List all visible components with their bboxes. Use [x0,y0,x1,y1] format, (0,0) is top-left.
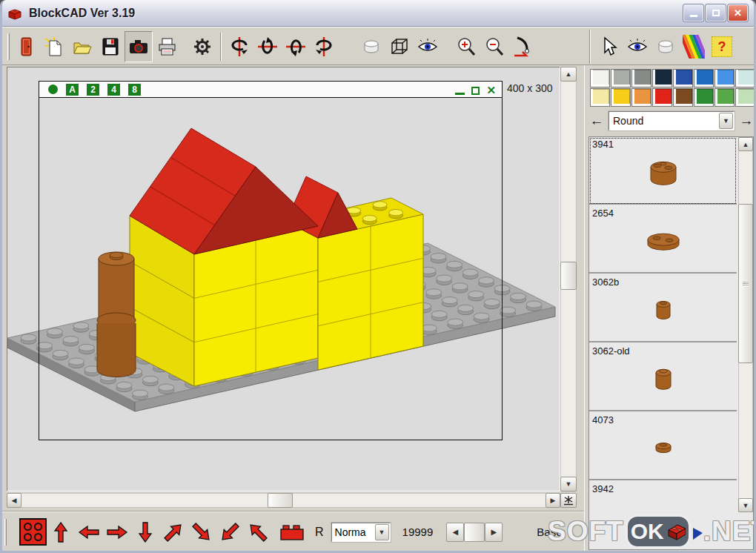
part-list: 3941 2654 [588,136,754,550]
part-item-3062b[interactable]: 3062b [589,275,737,342]
color-swatch[interactable] [611,69,631,87]
swing-view-button[interactable] [508,31,537,62]
maximize-button[interactable] [706,4,726,21]
view-mode-button[interactable] [623,31,651,62]
brick-count: 19999 [402,526,434,538]
color-swatch[interactable] [714,69,735,87]
move-right-button[interactable] [103,519,131,546]
color-swatch[interactable] [735,69,755,87]
model-canvas[interactable]: A 2 4 8 ✕ 400 x 300 [7,67,560,491]
color-swatch[interactable] [694,88,714,107]
color-swatch[interactable] [652,88,672,107]
color-swatch[interactable] [673,88,693,107]
step-spinner: ◀ ▶ [446,523,503,542]
select-tool-button[interactable] [595,31,623,62]
zoom-4-button[interactable]: 4 [107,84,120,96]
rotate-down-button[interactable] [282,31,310,62]
view-button[interactable] [414,31,442,62]
viewport-maximize-button[interactable] [471,87,480,95]
color-swatch[interactable] [631,69,651,87]
open-button[interactable] [68,31,96,62]
color-swatch[interactable] [652,69,672,87]
zoom-out-button[interactable] [480,31,508,62]
dropdown-button[interactable]: ▼ [375,524,389,540]
zoom-in-button[interactable] [452,31,480,62]
rotate-left-button[interactable] [225,31,253,62]
part-item-2654[interactable]: 2654 [589,206,737,274]
close-button[interactable]: ✕ [728,4,748,21]
dropdown-button[interactable]: ▼ [719,113,733,129]
color-swatch[interactable] [590,69,610,87]
help-button[interactable]: ? [708,31,736,62]
zoom-a-button[interactable]: A [66,84,79,96]
canvas-vertical-scrollbar[interactable]: ▲ ▼ [560,67,577,491]
scroll-up-button[interactable]: ▲ [560,67,577,82]
studs-display-button[interactable] [651,31,680,62]
center-view-button[interactable] [560,493,577,508]
color-swatch[interactable] [590,88,610,107]
scroll-down-button[interactable]: ▼ [738,498,753,512]
color-swatch[interactable] [694,69,714,87]
next-category-button[interactable]: → [737,112,755,130]
color-swatch[interactable] [714,88,735,107]
exit-button[interactable] [12,31,40,62]
color-swatch[interactable] [673,69,693,87]
viewport-close-button[interactable]: ✕ [486,84,496,97]
move-up-left-button[interactable] [244,519,272,546]
wireframe-button[interactable] [385,31,414,62]
move-left-button[interactable] [75,519,103,546]
rotate-up-button[interactable] [253,31,282,62]
move-down-right-button[interactable] [188,519,216,546]
settings-button[interactable] [188,31,216,62]
brick-footprint-button[interactable] [19,518,47,546]
stud-circle-icon [24,533,32,541]
toolbar-grip [4,519,7,546]
maximize-icon [712,10,720,16]
move-down-left-button[interactable] [216,519,244,546]
rotate-right-button[interactable] [310,31,338,62]
stud-icon [362,38,381,56]
category-dropdown[interactable]: Round ▼ [609,111,735,130]
scroll-up-button[interactable]: ▲ [738,137,753,151]
step-back-button[interactable]: ◀ [446,523,464,542]
move-up-button[interactable] [47,519,75,546]
print-button[interactable] [153,31,181,62]
new-model-button[interactable] [40,31,68,62]
move-up-right-button[interactable] [159,519,188,546]
colors-button[interactable] [680,31,708,62]
move-down-button[interactable] [131,519,159,546]
render-mode-dropdown[interactable]: Norma ▼ [331,523,391,542]
part-item-4073[interactable]: 4073 [589,413,737,480]
zoom-in-icon [456,36,477,57]
scroll-down-button[interactable]: ▼ [560,477,577,491]
viewport-minimize-button[interactable] [455,93,465,95]
viewport-titlebar[interactable]: A 2 4 8 ✕ [39,82,502,98]
scrollbar-thumb[interactable] [268,493,293,508]
minimize-button[interactable] [683,4,703,21]
scroll-left-button[interactable]: ◀ [7,493,21,508]
part-label: 3062b [592,276,619,288]
save-button[interactable] [96,31,125,62]
render-studs-button[interactable] [357,31,385,62]
canvas-horizontal-scrollbar[interactable]: ◀ ▶ [7,493,560,508]
snapshot-button[interactable] [125,31,153,62]
zoom-2-button[interactable]: 2 [87,84,99,96]
step-thumb[interactable] [464,523,485,542]
part-item-3942[interactable]: 3942 [589,482,737,550]
place-brick-button[interactable] [278,519,306,546]
scroll-right-button[interactable]: ▶ [546,493,560,508]
scrollbar-thumb[interactable] [738,204,753,363]
color-swatch[interactable] [611,88,631,107]
save-floppy-icon [101,37,120,56]
part-item-3941[interactable]: 3941 [589,137,737,205]
left-arrow-icon: ◀ [452,528,458,536]
color-swatch[interactable] [735,88,755,107]
part-item-3062-old[interactable]: 3062-old [589,344,737,411]
prev-category-button[interactable]: ← [588,112,606,130]
step-forward-button[interactable]: ▶ [485,523,503,542]
color-swatch[interactable] [631,88,651,107]
zoom-8-button[interactable]: 8 [128,84,141,96]
thumb-grip [743,281,749,286]
parts-scrollbar[interactable]: ▲ ▼ [738,137,753,512]
scrollbar-thumb[interactable] [560,262,577,290]
